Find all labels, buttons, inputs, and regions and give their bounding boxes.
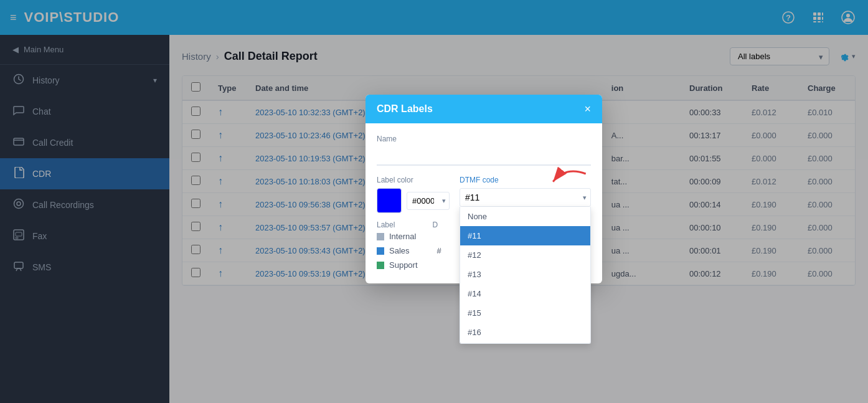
label-color-col: Label color ▾	[377, 176, 450, 213]
dtmf-option-12[interactable]: #12	[460, 245, 590, 265]
labels-header-label-col: Label	[377, 220, 395, 229]
dtmf-option-17[interactable]: #17	[460, 342, 590, 344]
label-name-support: Support	[389, 260, 418, 270]
dtmf-label: DTMF code	[460, 176, 591, 184]
name-field: Name	[377, 135, 591, 166]
dtmf-option-None[interactable]: None	[460, 207, 590, 226]
cdr-labels-modal: CDR Labels × Name Label color ▾	[366, 95, 602, 283]
color-swatch[interactable]	[377, 188, 402, 213]
modal-body: Name Label color ▾	[366, 123, 602, 283]
label-color-internal	[377, 233, 384, 240]
label-dtmf-sales: #	[437, 246, 441, 255]
dtmf-option-11[interactable]: #11	[460, 226, 590, 245]
modal-close-button[interactable]: ×	[584, 103, 591, 115]
labels-header-dtmf-col: D	[432, 220, 438, 229]
dtmf-col: DTMF code ▾ None#11#12#13#14#15#	[460, 176, 591, 207]
modal-title: CDR Labels	[377, 103, 433, 115]
label-name-sales: Sales	[389, 246, 410, 255]
dtmf-input-wrap: ▾	[460, 188, 591, 207]
label-color-label: Label color	[377, 176, 450, 184]
color-picker-area: ▾	[377, 188, 450, 213]
name-label: Name	[377, 135, 591, 143]
color-dtmf-row: Label color ▾ DTMF code	[377, 176, 591, 213]
dtmf-option-16[interactable]: #16	[460, 323, 590, 342]
dtmf-option-15[interactable]: #15	[460, 303, 590, 323]
dtmf-option-14[interactable]: #14	[460, 284, 590, 303]
dtmf-option-13[interactable]: #13	[460, 265, 590, 284]
label-name-internal: Internal	[389, 232, 416, 241]
dtmf-input[interactable]	[460, 189, 579, 206]
label-color-support	[377, 262, 384, 269]
color-hex-input[interactable]	[407, 192, 450, 210]
label-color-sales	[377, 247, 384, 255]
color-text-wrap: ▾	[407, 192, 450, 210]
name-input[interactable]	[377, 147, 591, 166]
dtmf-dropdown: None#11#12#13#14#15#16#17#18	[460, 207, 591, 344]
modal-overlay[interactable]: CDR Labels × Name Label color ▾	[0, 0, 868, 403]
dtmf-dropdown-arrow[interactable]: ▾	[579, 194, 590, 202]
modal-header: CDR Labels ×	[366, 95, 602, 123]
